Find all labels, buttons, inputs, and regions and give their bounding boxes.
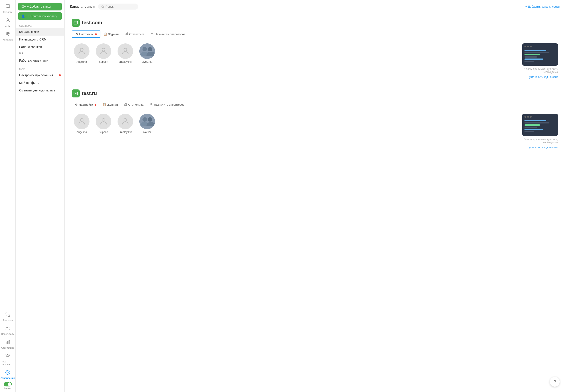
svg-rect-29 — [126, 103, 127, 105]
tab-operators-test-ru[interactable]: Назначить операторов — [146, 101, 188, 108]
code-line-3 — [524, 54, 540, 56]
code-line-2 — [524, 52, 550, 53]
add-channel-label: + Добавить канал — [27, 5, 51, 8]
operator-jivochat[interactable]: JivoChat — [137, 43, 157, 63]
channel-name-test-ru: test.ru — [82, 91, 97, 96]
install-link-test-com[interactable]: установить код на сайт — [529, 75, 558, 79]
team-icon — [5, 32, 10, 38]
main-header: Каналы связи + Добавить каналы связи — [65, 0, 565, 13]
operator-angelina-ru[interactable]: Angelina — [72, 114, 92, 134]
operators-tab-icon-ru — [150, 103, 153, 107]
help-button[interactable]: ? — [550, 377, 560, 387]
svg-point-18 — [80, 48, 83, 51]
tab-stats-test-ru[interactable]: Статистика — [121, 101, 146, 108]
svg-point-17 — [152, 33, 153, 34]
channel-icon-test-com — [72, 19, 80, 27]
channel-section-test-com: test.com ⚙ Настройки 📋 Журнал Статистика — [65, 13, 565, 84]
tab-settings-test-ru[interactable]: ⚙ Настройки — [72, 101, 100, 108]
code-line-4 — [524, 56, 537, 58]
menu-item-crm-integration[interactable]: Интеграции с CRM — [15, 36, 64, 43]
sidebar-item-crm[interactable]: CRM — [1, 16, 14, 29]
operator-support[interactable]: Support — [93, 43, 114, 63]
tab-settings-test-com[interactable]: ⚙ Настройки — [72, 30, 101, 38]
operator-name-bradley: Bradley Pitt — [118, 60, 132, 63]
sidebar-item-phone[interactable]: Телефон — [1, 311, 14, 323]
stats-tab-icon — [125, 32, 128, 36]
search-box[interactable] — [98, 3, 138, 10]
search-input[interactable] — [105, 5, 135, 8]
svg-point-22 — [143, 47, 147, 51]
tab-operators-test-com[interactable]: Назначить операторов — [147, 31, 188, 38]
balance-sub: 0 Р — [15, 51, 64, 57]
tab-stats-test-com[interactable]: Статистика — [122, 31, 147, 38]
stats-label: Статистика — [1, 346, 14, 349]
invite-colleague-button[interactable]: 👤+ + Пригласить коллегу — [18, 12, 62, 20]
header-left: Каналы связи — [70, 3, 138, 10]
menu-item-clients[interactable]: Работа с клиентами — [15, 57, 64, 64]
operator-bradley-ru[interactable]: Bradley Pitt — [115, 114, 135, 134]
svg-point-2 — [8, 32, 9, 34]
operator-avatar-support — [96, 43, 111, 59]
operators-list-test-ru: Angelina Support B — [72, 114, 513, 134]
pro-label: Про-версия — [2, 360, 14, 365]
operator-name-jivochat: JivoChat — [142, 60, 152, 63]
app-settings-dot — [59, 74, 61, 76]
management-icon — [5, 370, 10, 376]
log-tab-label: Журнал — [108, 32, 119, 36]
operator-support-ru[interactable]: Support — [93, 114, 114, 134]
system-section-label: СИСТЕМА — [15, 23, 64, 28]
sidebar-item-team[interactable]: Команда — [1, 30, 14, 43]
operators-row-test-com: Angelina Support B — [72, 43, 558, 79]
sidebar-item-management[interactable]: Управление — [1, 368, 14, 381]
operators-list-test-com: Angelina Support B — [72, 43, 513, 63]
settings-tab-icon-ru: ⚙ — [75, 103, 78, 106]
operator-name-support-ru: Support — [99, 131, 108, 134]
code-preview-box-test-com — [522, 43, 558, 66]
add-channel-link[interactable]: + Добавить каналы связи — [525, 5, 560, 8]
channel-tabs-test-ru: ⚙ Настройки 📋 Журнал Статистика — [72, 101, 558, 108]
menu-item-switch-account[interactable]: Сменить учетную запись — [15, 86, 64, 94]
main-content: Каналы связи + Добавить каналы связи tes… — [65, 0, 565, 392]
svg-rect-15 — [126, 33, 127, 35]
phone-icon — [6, 313, 10, 318]
channel-section-test-ru: test.ru ⚙ Настройки 📋 Журнал Статистика — [65, 84, 565, 154]
operator-bradley[interactable]: Bradley Pitt — [115, 43, 135, 63]
svg-point-36 — [148, 117, 152, 122]
channel-icon-test-ru — [72, 89, 80, 98]
code-line-5-ru — [524, 129, 543, 130]
sidebar-item-dialogs[interactable]: Диалоги — [1, 2, 14, 15]
menu-item-channels[interactable]: Каналы связи — [15, 28, 64, 36]
svg-point-20 — [124, 48, 127, 51]
add-channel-button[interactable]: ☐+ + Добавить канал — [18, 3, 62, 11]
window-dots — [524, 46, 556, 47]
tab-log-test-ru[interactable]: 📋 Журнал — [100, 101, 121, 108]
tab-log-test-com[interactable]: 📋 Журнал — [101, 31, 122, 37]
code-line-2-ru — [524, 122, 550, 124]
svg-point-1 — [6, 32, 8, 34]
code-preview-test-ru: Чтобы принимать диалоги, необходимо уста… — [522, 114, 558, 149]
online-toggle[interactable] — [4, 382, 12, 386]
svg-rect-5 — [6, 342, 7, 344]
operator-angelina[interactable]: Angelina — [72, 43, 92, 63]
operator-avatar-bradley — [117, 43, 133, 59]
menu-item-balance[interactable]: Баланс звонков — [15, 43, 64, 51]
stats-tab-label-ru: Статистика — [128, 103, 143, 106]
code-line-1-ru — [524, 120, 546, 121]
sidebar-item-stats[interactable]: Статистика — [1, 338, 14, 351]
invite-colleague-label: + Пригласить коллегу — [28, 14, 57, 18]
search-icon — [101, 5, 104, 8]
svg-point-35 — [143, 117, 147, 122]
log-tab-label-ru: Журнал — [107, 103, 118, 106]
code-line-5 — [524, 58, 543, 60]
operator-jivochat-ru[interactable]: JivoChat — [137, 114, 157, 134]
install-text-test-com: Чтобы принимать диалоги, необходимо — [522, 67, 558, 74]
menu-item-app-settings[interactable]: Настройки приложения — [15, 71, 64, 79]
channel-name-test-com: test.com — [82, 20, 102, 26]
menu-item-my-profile[interactable]: Мой профиль — [15, 79, 64, 86]
svg-rect-34 — [139, 114, 155, 129]
sidebar-item-visitors[interactable]: Посетители — [1, 324, 14, 337]
code-line-6-ru — [524, 131, 534, 132]
page-title: Каналы связи — [70, 5, 95, 9]
install-link-test-ru[interactable]: установить код на сайт — [529, 146, 558, 149]
sidebar-item-pro[interactable]: Про-версия — [1, 352, 14, 367]
